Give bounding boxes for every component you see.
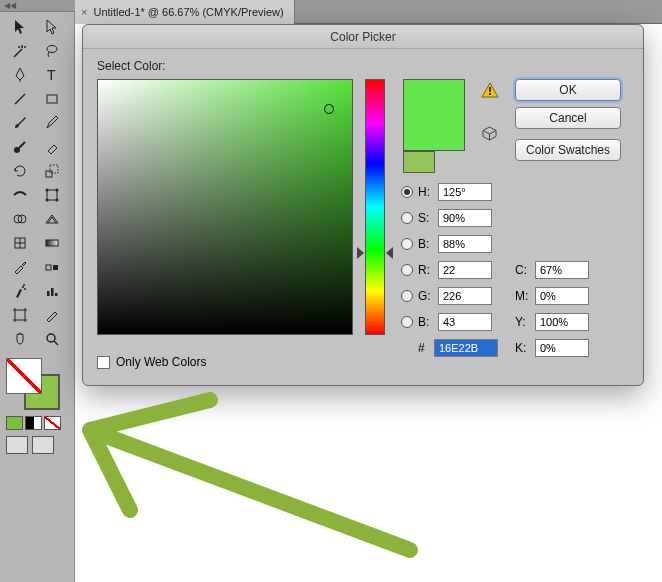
svg-point-19 bbox=[24, 288, 26, 290]
r-input[interactable] bbox=[438, 261, 492, 279]
s-radio[interactable] bbox=[401, 212, 413, 224]
gamut-warning-icon[interactable] bbox=[481, 82, 499, 98]
screen-mode-normal[interactable] bbox=[6, 436, 28, 454]
ok-button[interactable]: OK bbox=[515, 79, 621, 101]
s-label: S: bbox=[418, 211, 438, 225]
r-radio[interactable] bbox=[401, 264, 413, 276]
svg-rect-27 bbox=[489, 87, 491, 92]
symbol-sprayer-tool[interactable] bbox=[6, 280, 34, 302]
color-picker-dialog: Color Picker Select Color: OK Cancel Col… bbox=[82, 24, 644, 386]
blend-tool[interactable] bbox=[38, 256, 66, 278]
hue-slider[interactable] bbox=[365, 79, 385, 335]
close-tab-icon[interactable]: × bbox=[81, 6, 87, 18]
web-colors-row: Only Web Colors bbox=[97, 355, 206, 369]
new-color-preview bbox=[403, 79, 465, 151]
document-tab-title: Untitled-1* @ 66.67% (CMYK/Preview) bbox=[93, 6, 283, 18]
m-input[interactable] bbox=[535, 287, 589, 305]
y-input[interactable] bbox=[535, 313, 589, 331]
direct-selection-tool[interactable] bbox=[38, 16, 66, 38]
type-tool[interactable]: T bbox=[38, 64, 66, 86]
r-label: R: bbox=[418, 263, 438, 277]
cmyk-fields: C: M: Y: K: bbox=[515, 257, 589, 361]
perspective-grid-tool[interactable] bbox=[38, 208, 66, 230]
dialog-title: Color Picker bbox=[83, 25, 643, 49]
bri-radio[interactable] bbox=[401, 238, 413, 250]
c-label: C: bbox=[515, 263, 535, 277]
color-fields: H: S: B: R: G: bbox=[401, 179, 498, 361]
svg-rect-3 bbox=[47, 95, 57, 103]
web-colors-checkbox[interactable] bbox=[97, 356, 110, 369]
shape-builder-tool[interactable] bbox=[6, 208, 34, 230]
hex-input[interactable] bbox=[434, 339, 498, 357]
svg-point-25 bbox=[47, 334, 55, 342]
y-label: Y: bbox=[515, 315, 535, 329]
saturation-value-field[interactable] bbox=[97, 79, 353, 335]
svg-point-0 bbox=[47, 46, 57, 53]
magic-wand-tool[interactable] bbox=[6, 40, 34, 62]
svg-line-26 bbox=[54, 341, 58, 345]
blob-brush-tool[interactable] bbox=[6, 136, 34, 158]
tool-grid: T bbox=[0, 12, 74, 354]
slice-tool[interactable] bbox=[38, 304, 66, 326]
s-input[interactable] bbox=[438, 209, 492, 227]
bri-input[interactable] bbox=[438, 235, 492, 253]
b-radio[interactable] bbox=[401, 316, 413, 328]
h-radio[interactable] bbox=[401, 186, 413, 198]
svg-rect-24 bbox=[15, 310, 25, 320]
web-safe-warning-icon[interactable] bbox=[482, 126, 497, 141]
line-tool[interactable] bbox=[6, 88, 34, 110]
fill-color-swatch[interactable] bbox=[6, 358, 42, 394]
g-input[interactable] bbox=[438, 287, 492, 305]
rectangle-tool[interactable] bbox=[38, 88, 66, 110]
brush-tool[interactable] bbox=[6, 112, 34, 134]
mesh-tool[interactable] bbox=[6, 232, 34, 254]
lasso-tool[interactable] bbox=[38, 40, 66, 62]
svg-rect-6 bbox=[50, 165, 58, 173]
svg-point-10 bbox=[46, 199, 49, 202]
svg-point-20 bbox=[23, 284, 25, 286]
eyedropper-tool[interactable] bbox=[6, 256, 34, 278]
graph-tool[interactable] bbox=[38, 280, 66, 302]
selection-tool[interactable] bbox=[6, 16, 34, 38]
h-input[interactable] bbox=[438, 183, 492, 201]
artboard-tool[interactable] bbox=[6, 304, 34, 326]
sv-marker-icon bbox=[324, 104, 334, 114]
eraser-tool[interactable] bbox=[38, 136, 66, 158]
pen-tool[interactable] bbox=[6, 64, 34, 86]
c-input[interactable] bbox=[535, 261, 589, 279]
color-mode-none[interactable] bbox=[44, 416, 61, 430]
color-swatches-button[interactable]: Color Swatches bbox=[515, 139, 621, 161]
width-tool[interactable] bbox=[6, 184, 34, 206]
svg-point-11 bbox=[56, 199, 59, 202]
color-mode-solid[interactable] bbox=[6, 416, 23, 430]
svg-point-9 bbox=[56, 189, 59, 192]
panel-collapse-handle[interactable]: ◀◀ bbox=[0, 0, 75, 12]
svg-rect-17 bbox=[53, 265, 58, 270]
screen-mode-row bbox=[6, 436, 68, 454]
document-tab-bar: × Untitled-1* @ 66.67% (CMYK/Preview) bbox=[75, 0, 662, 24]
web-colors-label: Only Web Colors bbox=[116, 355, 206, 369]
fill-stroke-swatches[interactable] bbox=[6, 358, 62, 412]
k-input[interactable] bbox=[535, 339, 589, 357]
pencil-tool[interactable] bbox=[38, 112, 66, 134]
hand-tool[interactable] bbox=[6, 328, 34, 350]
gradient-tool[interactable] bbox=[38, 232, 66, 254]
screen-mode-full[interactable] bbox=[32, 436, 54, 454]
svg-line-2 bbox=[15, 94, 25, 104]
scale-tool[interactable] bbox=[38, 160, 66, 182]
document-tab[interactable]: × Untitled-1* @ 66.67% (CMYK/Preview) bbox=[75, 0, 295, 24]
select-color-label: Select Color: bbox=[97, 59, 166, 73]
svg-text:T: T bbox=[47, 67, 56, 83]
annotation-arrow-icon bbox=[70, 370, 430, 570]
rotate-tool[interactable] bbox=[6, 160, 34, 182]
color-mode-gradient[interactable] bbox=[25, 416, 42, 430]
free-transform-tool[interactable] bbox=[38, 184, 66, 206]
svg-rect-16 bbox=[46, 265, 51, 270]
b-input[interactable] bbox=[438, 313, 492, 331]
g-radio[interactable] bbox=[401, 290, 413, 302]
zoom-tool[interactable] bbox=[38, 328, 66, 350]
cancel-button[interactable]: Cancel bbox=[515, 107, 621, 129]
m-label: M: bbox=[515, 289, 535, 303]
svg-rect-5 bbox=[46, 171, 52, 177]
current-color-preview[interactable] bbox=[403, 151, 435, 173]
